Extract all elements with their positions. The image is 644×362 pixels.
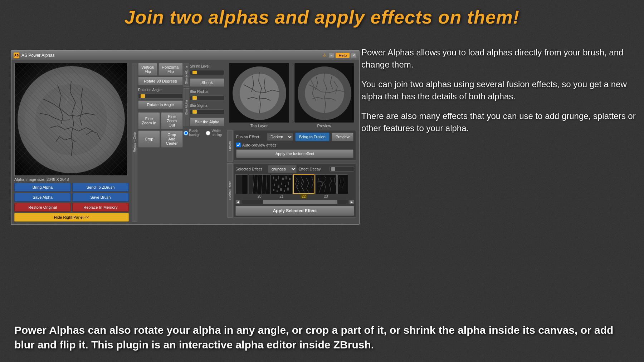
fine-zoom-in-button[interactable]: Fine Zoom In: [138, 112, 160, 129]
send-to-zbrush-button[interactable]: Send To ZBrush: [72, 183, 129, 192]
thumb-item-partial-right: [337, 174, 348, 198]
white-bg-radio-label[interactable]: White backgr: [206, 129, 224, 137]
thumb-image-partial[interactable]: [235, 174, 248, 194]
svg-rect-35: [316, 175, 337, 194]
auto-preview-label[interactable]: Auto-preview effect: [242, 143, 276, 147]
svg-rect-19: [275, 179, 277, 181]
blur-sigma-slider[interactable]: [190, 109, 224, 114]
thumb-image-21[interactable]: [271, 174, 292, 194]
thumb-item-23: 23: [315, 174, 337, 198]
black-bg-radio-label[interactable]: Black backgr: [184, 129, 202, 137]
warning-icon: ⚠: [322, 53, 327, 58]
svg-rect-27: [285, 185, 286, 187]
effect-decay-label: Effect Decay: [299, 167, 327, 171]
previews-row: Top Layer: [227, 63, 356, 128]
restore-original-button[interactable]: Restore Original: [14, 203, 71, 212]
scroll-thumb[interactable]: [263, 200, 338, 204]
shrink-level-thumb[interactable]: [192, 71, 197, 74]
svg-rect-20: [278, 176, 279, 179]
thumb-image-22[interactable]: [293, 174, 314, 194]
alpha-preview: [14, 63, 127, 176]
rotation-angle-slider[interactable]: [138, 94, 183, 99]
close-button[interactable]: ✕: [351, 53, 357, 58]
blur-radius-thumb[interactable]: [192, 96, 197, 100]
svg-point-5: [240, 74, 279, 113]
bring-alpha-button[interactable]: Bring Alpha: [14, 183, 71, 192]
app-body: Alpha image size: 2048 X 2048 Bring Alph…: [11, 60, 359, 224]
thumb-num-22: 22: [301, 194, 307, 198]
save-brush-button[interactable]: Save Brush: [72, 193, 129, 202]
black-bg-radio[interactable]: [184, 131, 188, 135]
svg-rect-29: [273, 189, 274, 191]
thumb-image-partial-right[interactable]: [337, 174, 348, 194]
bring-to-fusion-button[interactable]: Bring to Fusion: [295, 133, 330, 141]
desc-para1: Power Alphas allows you to load alphas d…: [361, 46, 637, 70]
effect-decay-slider[interactable]: [330, 167, 355, 172]
preview-button[interactable]: Preview: [332, 133, 353, 141]
top-layer-preview: Top Layer: [227, 63, 291, 128]
svg-rect-34: [294, 175, 314, 194]
thumb-image-20[interactable]: [249, 174, 270, 194]
horizontal-flip-button[interactable]: Horizontal Flip: [158, 63, 183, 76]
thumb-image-23[interactable]: [315, 174, 337, 194]
svg-rect-31: [280, 188, 282, 191]
fusion-preview-image: [294, 63, 354, 123]
thumb-item-20: 20: [249, 174, 270, 198]
thumb-item-partial: [235, 174, 248, 198]
help-button[interactable]: Help: [336, 53, 350, 58]
rotation-angle-thumb[interactable]: [141, 94, 145, 98]
svg-point-2: [35, 84, 107, 155]
fusion-effect-select[interactable]: Darken: [267, 133, 293, 141]
save-alpha-button[interactable]: Save Alpha: [14, 193, 71, 202]
titlebar: AS AS Power Alphas ⚠ − Help ✕: [11, 51, 359, 60]
white-bg-radio[interactable]: [206, 131, 210, 135]
auto-preview-checkbox[interactable]: [236, 143, 241, 147]
apply-selected-effect-button[interactable]: Apply Selected Effect: [235, 206, 354, 216]
blur-section: Blur Alpha Blur Radius Blur Sigma Blur t…: [184, 88, 224, 126]
blur-radius-label: Blur Radius: [190, 90, 224, 94]
zoom-buttons: Fine Zoom In Fine Zoom Out: [138, 112, 183, 129]
headline: Join two alphas and apply effects on the…: [0, 6, 644, 28]
minimize-button[interactable]: −: [328, 53, 334, 58]
crop-and-center-button[interactable]: Crop And Center: [161, 130, 183, 148]
alpha-actions-row2: Save Alpha Save Brush: [14, 193, 129, 202]
alpha-actions-row1: Bring Alpha Send To ZBrush: [14, 183, 129, 192]
blur-sigma-thumb[interactable]: [192, 110, 197, 114]
selected-effect-label: Selected Effect: [235, 167, 266, 171]
svg-rect-32: [284, 190, 285, 192]
scroll-left-arrow[interactable]: ◀: [235, 200, 240, 204]
scroll-track[interactable]: [241, 200, 348, 204]
app-title: AS Power Alphas: [21, 53, 55, 58]
global-effect-content: Selected Effect grunges Effect Decay: [234, 163, 356, 218]
rotation-angle-label: Rotation Angle: [138, 88, 183, 92]
rotate-90-button[interactable]: Rotate 90 Degrees: [138, 77, 183, 85]
blur-alpha-label: Blur Alpha: [184, 88, 189, 126]
blur-controls: Blur Radius Blur Sigma Blur the Alpha: [190, 88, 224, 126]
shrink-button[interactable]: Shrink: [190, 78, 224, 87]
effect-decay-thumb[interactable]: [331, 167, 335, 171]
rotate-in-angle-button[interactable]: Rotate In Angle: [138, 100, 183, 109]
svg-point-0: [18, 66, 125, 173]
fine-zoom-out-button[interactable]: Fine Zoom Out: [161, 112, 183, 129]
vertical-flip-button[interactable]: Vertical Flip: [138, 63, 157, 76]
hide-right-panel-button[interactable]: Hide Right Panel <<: [14, 213, 129, 222]
selected-effect-select[interactable]: grunges: [268, 165, 297, 173]
rotate-crop-label: Rotate – Crop: [132, 63, 137, 222]
blur-alpha-button[interactable]: Blur the Alpha: [190, 118, 224, 126]
fusion-section: Fusion Effect Darken Bring to Fusion Pre…: [234, 130, 356, 160]
replace-in-memory-button[interactable]: Replace In Memory: [72, 203, 129, 212]
svg-rect-26: [281, 183, 282, 185]
crop-button[interactable]: Crop: [138, 130, 160, 148]
flip-buttons: Vertical Flip Horizontal Flip: [138, 63, 183, 76]
fusion-side: Fusion Fusion Effect Darken Bring to Fus…: [227, 130, 356, 162]
fusion-preview: Preview: [292, 63, 356, 128]
mid-panel: Rotate – Crop Vertical Flip Horizontal F…: [132, 63, 224, 222]
apply-fusion-button[interactable]: Apply the fusion effect: [236, 149, 353, 158]
desc-para2: You can join two alphas using several fu…: [361, 78, 637, 102]
blur-radius-slider[interactable]: [190, 95, 224, 100]
shrink-level-slider[interactable]: [190, 70, 224, 75]
scroll-right-arrow[interactable]: ▶: [349, 200, 354, 204]
right-description: Power Alphas allows you to load alphas d…: [361, 46, 637, 142]
crop-buttons: Crop Crop And Center: [138, 130, 183, 148]
thumb-num-21: 21: [279, 194, 283, 198]
